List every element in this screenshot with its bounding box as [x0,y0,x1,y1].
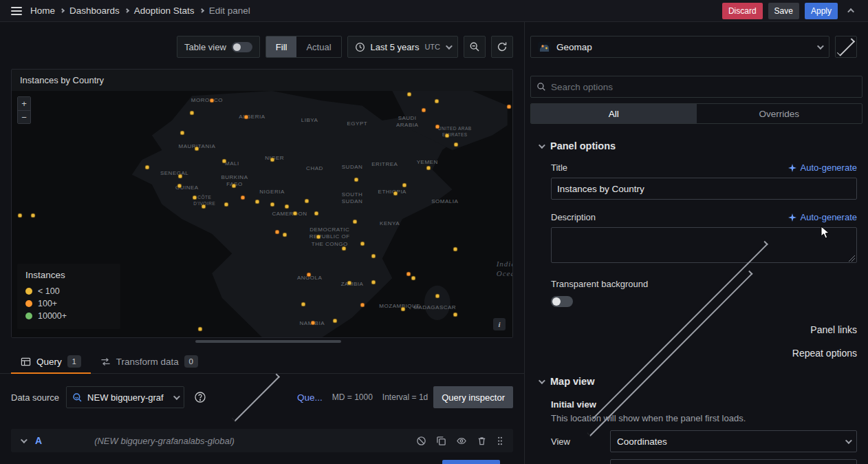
breadcrumb-dashboard-name[interactable]: Adoption Stats [134,6,195,16]
panel-options-header[interactable]: Panel options [525,136,868,156]
legend-item: 100+ [25,297,112,310]
menu-icon[interactable] [11,7,22,15]
map-marker [402,183,407,188]
run-query-button-partial[interactable] [442,460,500,464]
map-marker [241,196,246,200]
options-filter-tabs: All Overrides [530,103,862,124]
map-marker [453,246,458,251]
transform-icon [100,357,111,367]
map-view-header[interactable]: Map view [525,372,868,391]
collapse-nav-icon[interactable] [843,3,860,19]
visualization-select[interactable]: Geomap [530,36,829,58]
title-label: Title [551,162,567,173]
panel-title: Instances by Country [12,70,512,91]
disable-query-icon[interactable] [416,436,426,446]
hide-response-icon[interactable] [456,436,467,446]
map-marker [222,159,227,164]
geomap-viz-icon [538,42,551,52]
scrollbar-thumb[interactable] [195,340,341,343]
tab-query[interactable]: Query 1 [11,350,91,373]
map-marker [353,220,358,224]
horizontal-scrollbar [11,340,513,343]
map-marker [411,276,415,281]
table-view-switch[interactable] [232,42,252,52]
datasource-picker[interactable]: NEW bigquery-graf [66,386,184,408]
breadcrumb-separator-icon [124,8,129,13]
duplicate-query-icon[interactable] [436,436,446,446]
panel-description-textarea[interactable] [551,227,857,263]
tab-overrides[interactable]: Overrides [697,104,862,123]
breadcrumb-dashboards[interactable]: Dashboards [69,6,120,16]
map-marker [454,143,459,147]
map-marker [293,211,298,215]
breadcrumb-home[interactable]: Home [30,6,55,16]
discard-button[interactable]: Discard [722,3,763,19]
help-circle-icon [194,391,206,403]
query-inspector-button[interactable]: Query inspector [433,386,513,408]
geomap-canvas[interactable]: MOROCCOALGERIALIBYAEGYPTSAUDI ARABIAUNIT… [12,91,512,337]
actual-button[interactable]: Actual [296,36,340,57]
delete-query-icon[interactable] [477,436,487,446]
map-marker [177,173,182,178]
query-options-collapse[interactable]: Que... MD = 1000 Interval = 1d [216,392,428,403]
drag-handle-icon[interactable] [497,436,503,446]
legend-swatch [25,300,32,307]
collapse-options-pane-button[interactable] [835,36,857,58]
save-button[interactable]: Save [768,3,799,19]
datasource-label: Data source [11,392,59,403]
map-attribution-info-button[interactable]: i [493,318,506,330]
map-marker [30,213,35,218]
chevron-down-icon [845,437,852,444]
map-zoom-out-button[interactable]: − [18,110,30,123]
map-marker [445,134,450,138]
map-marker [435,124,440,129]
map-marker [506,104,511,109]
zoom-out-time-button[interactable] [464,36,486,58]
query-ref-id[interactable]: A [35,435,42,446]
map-marker [243,114,248,119]
map-marker [360,303,365,308]
sparkle-icon [788,213,796,222]
title-auto-generate-link[interactable]: Auto-generate [788,162,857,173]
options-search [530,76,862,98]
legend-item: 10000+ [25,310,112,322]
time-range-label: Last 5 years [371,42,420,52]
map-marker [435,293,440,298]
view-label: View [551,436,610,447]
bigquery-datasource-icon [72,392,83,403]
timezone-label: UTC [424,43,440,51]
transparent-background-toggle[interactable] [551,296,573,307]
query-row-a: A (NEW bigquery-grafanalabs-global) [11,429,513,452]
fill-button[interactable]: Fill [266,36,297,57]
map-marker [304,199,309,204]
map-legend: Instances < 100 100+ 10000+ [17,264,120,329]
map-marker [283,233,287,238]
map-marker [180,130,184,135]
panel-title-input[interactable] [551,178,857,200]
legend-label: < 100 [38,286,60,296]
tab-all[interactable]: All [531,104,697,123]
query-datasource-note: (NEW bigquery-grafanalabs-global) [94,436,235,446]
options-search-input[interactable] [551,82,856,92]
apply-button[interactable]: Apply [805,3,838,19]
viz-picker-row: Geomap [530,36,857,58]
latitude-input[interactable] [610,459,857,464]
map-marker [201,204,206,209]
repeat-options-collapse[interactable]: Repeat options [551,341,857,365]
table-view-toggle[interactable]: Table view [177,36,260,58]
map-marker [406,271,411,276]
map-marker [371,280,376,285]
description-auto-generate-link[interactable]: Auto-generate [788,212,857,222]
tab-query-label: Query [36,357,62,367]
breadcrumb-separator-icon [199,8,204,13]
refresh-button[interactable] [491,36,513,58]
tab-transform-data[interactable]: Transform data 0 [91,350,208,373]
time-range-picker[interactable]: Last 5 years UTC [347,36,458,58]
collapse-query-icon[interactable] [21,436,28,443]
panel-edit-left-pane: Table view Fill Actual Last 5 years UTC [0,22,524,464]
map-zoom-in-button[interactable]: + [18,97,30,110]
datasource-help-button[interactable] [190,387,210,408]
map-marker [310,320,315,325]
view-select[interactable]: Coordinates [610,430,857,452]
legend-swatch [25,313,32,319]
